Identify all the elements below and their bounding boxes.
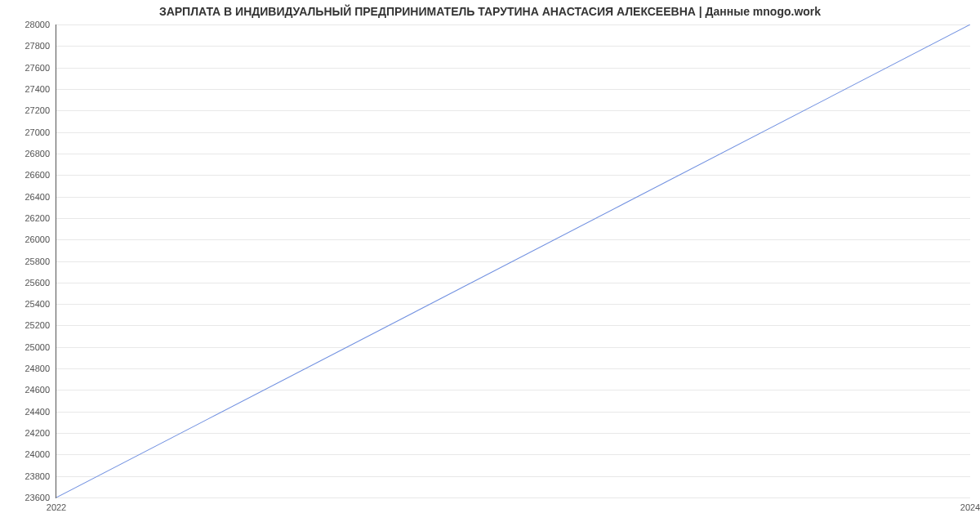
y-tick-label: 25000 <box>24 342 56 352</box>
chart-title: ЗАРПЛАТА В ИНДИВИДУАЛЬНЫЙ ПРЕДПРИНИМАТЕЛ… <box>0 5 980 18</box>
data-series-line <box>56 25 970 498</box>
y-tick-label: 25600 <box>24 278 56 288</box>
y-tick-label: 28000 <box>24 20 56 29</box>
x-tick-label: 2022 <box>47 498 66 512</box>
y-tick-label: 24600 <box>24 385 56 395</box>
y-tick-label: 27600 <box>24 63 56 73</box>
y-tick-label: 26800 <box>24 149 56 158</box>
y-tick-label: 24000 <box>24 449 56 459</box>
line-layer <box>56 25 970 498</box>
y-tick-label: 24800 <box>24 364 56 373</box>
y-tick-label: 24400 <box>24 407 56 417</box>
y-tick-label: 25400 <box>24 299 56 309</box>
y-tick-label: 23800 <box>24 471 56 481</box>
y-tick-label: 24200 <box>24 428 56 438</box>
y-tick-label: 27400 <box>24 84 56 94</box>
x-tick-label: 2024 <box>960 498 980 512</box>
y-tick-label: 26000 <box>24 234 56 244</box>
plot-area: 2360023800240002420024400246002480025000… <box>56 25 970 498</box>
y-tick-label: 26600 <box>24 170 56 180</box>
y-tick-label: 25200 <box>24 320 56 330</box>
chart-container: ЗАРПЛАТА В ИНДИВИДУАЛЬНЫЙ ПРЕДПРИНИМАТЕЛ… <box>0 0 980 531</box>
y-tick-label: 26200 <box>24 213 56 223</box>
y-tick-label: 27000 <box>24 127 56 137</box>
grid-line <box>56 498 970 498</box>
y-tick-label: 26400 <box>24 192 56 202</box>
y-tick-label: 27200 <box>24 105 56 115</box>
y-tick-label: 25800 <box>24 257 56 266</box>
y-tick-label: 27800 <box>24 41 56 51</box>
